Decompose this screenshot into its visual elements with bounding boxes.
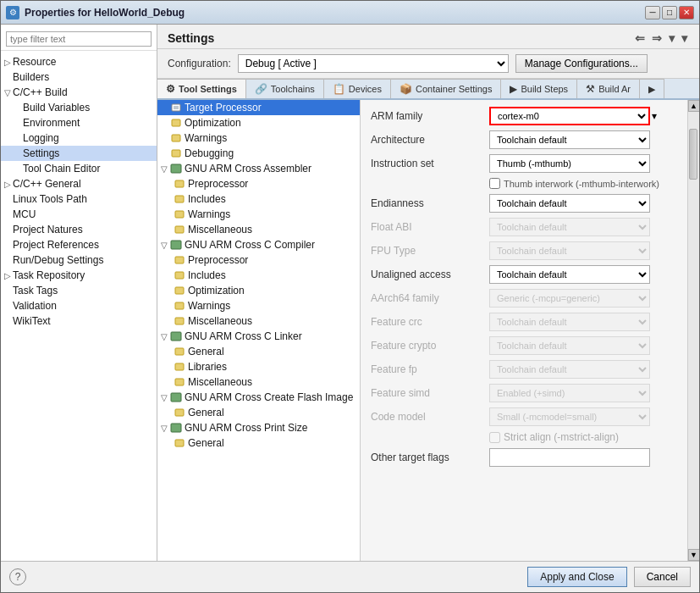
- scrollbar-vertical[interactable]: ▲ ▼: [687, 100, 699, 561]
- settings-tree-item-flash-general[interactable]: General: [157, 405, 360, 420]
- scroll-up-arrow[interactable]: ▲: [688, 100, 700, 112]
- tab-devices[interactable]: 📋 Devices: [324, 79, 391, 98]
- gnu-arm-flash-icon: [169, 391, 183, 403]
- nav-back-arrow[interactable]: ⇐: [633, 31, 647, 45]
- settings-tree-item-asm-includes[interactable]: Includes: [157, 191, 360, 207]
- settings-tree-item-linker-misc[interactable]: Miscellaneous: [157, 374, 360, 390]
- sidebar-item-resource[interactable]: ▷ Resource: [1, 54, 157, 69]
- float-abi-select[interactable]: Toolchain default: [489, 218, 650, 236]
- feature-crc-select[interactable]: Toolchain default: [489, 313, 650, 331]
- settings-tree-item-gnu-arm-flash[interactable]: ▽ GNU ARM Cross Create Flash Image: [157, 390, 360, 405]
- maximize-button[interactable]: □: [662, 6, 677, 19]
- sidebar-item-settings[interactable]: Settings: [1, 146, 157, 161]
- sidebar-item-wikitext[interactable]: WikiText: [1, 313, 157, 329]
- tab-build-steps[interactable]: ▶ Build Steps: [501, 79, 577, 98]
- settings-tree-item-asm-warnings[interactable]: Warnings: [157, 207, 360, 222]
- close-button[interactable]: ✕: [679, 6, 694, 19]
- architecture-select[interactable]: Toolchain default: [489, 130, 650, 149]
- scroll-down-arrow[interactable]: ▼: [688, 549, 700, 561]
- instruction-set-select[interactable]: Thumb (-mthumb): [489, 154, 650, 173]
- settings-tree-item-optimization[interactable]: Optimization: [157, 115, 360, 130]
- minimize-button[interactable]: ─: [645, 6, 660, 19]
- settings-tree-item-gnu-arm-print-size[interactable]: ▽ GNU ARM Cross Print Size: [157, 420, 360, 435]
- arm-family-dropdown-icon: ▾: [652, 110, 657, 122]
- sidebar-item-project-references[interactable]: Project References: [1, 237, 157, 252]
- sidebar-item-build-variables[interactable]: Build Variables: [1, 100, 157, 115]
- nav-forward-arrow[interactable]: ⇒: [650, 31, 664, 45]
- settings-tree-item-gnu-arm-assembler[interactable]: ▽ GNU ARM Cross Assembler: [157, 161, 360, 176]
- sidebar-item-builders[interactable]: Builders: [1, 69, 157, 85]
- sidebar-item-project-natures[interactable]: Project Natures: [1, 222, 157, 237]
- nav-dropdown-arrow[interactable]: ▾: [667, 31, 676, 45]
- fpu-type-select[interactable]: Toolchain default: [489, 241, 650, 260]
- tab-tool-settings[interactable]: ⚙ Tool Settings: [157, 79, 246, 100]
- settings-tree-item-linker-general[interactable]: General: [157, 344, 360, 359]
- other-target-flags-input[interactable]: [489, 448, 650, 467]
- settings-tree-item-linker-libraries[interactable]: Libraries: [157, 359, 360, 374]
- tab-label: Tool Settings: [179, 84, 237, 94]
- unaligned-access-select[interactable]: Toolchain default: [489, 265, 650, 284]
- sidebar-item-task-tags[interactable]: Task Tags: [1, 283, 157, 298]
- scroll-thumb[interactable]: [689, 129, 697, 180]
- tree-item-label: GNU ARM Cross C Compiler: [185, 239, 315, 251]
- settings-tree-item-gnu-arm-c-linker[interactable]: ▽ GNU ARM Cross C Linker: [157, 329, 360, 344]
- tab-container-settings[interactable]: 📦 Container Settings: [391, 79, 502, 98]
- sidebar-item-run-debug-settings[interactable]: Run/Debug Settings: [1, 252, 157, 268]
- tab-more[interactable]: ▶: [640, 79, 664, 98]
- cancel-button[interactable]: Cancel: [634, 567, 691, 587]
- feature-fp-select[interactable]: Toolchain default: [489, 360, 650, 379]
- tree-item-label: Warnings: [188, 208, 230, 220]
- sidebar-item-logging[interactable]: Logging: [1, 130, 157, 146]
- endianness-select[interactable]: Toolchain default: [489, 194, 650, 213]
- tree-item-label: Preprocessor: [188, 178, 248, 190]
- sidebar-item-ccpp-general[interactable]: ▷ C/C++ General: [1, 176, 157, 191]
- expand-icon: [164, 363, 173, 372]
- scroll-track[interactable]: [688, 112, 700, 549]
- settings-tree-item-c-includes[interactable]: Includes: [157, 268, 360, 283]
- sidebar-item-linux-tools-path[interactable]: Linux Tools Path: [1, 191, 157, 207]
- settings-tree-item-c-preprocessor[interactable]: Preprocessor: [157, 252, 360, 268]
- sidebar-item-label: Logging: [23, 132, 59, 144]
- sidebar-item-tool-chain-editor[interactable]: Tool Chain Editor: [1, 161, 157, 176]
- search-input[interactable]: [6, 31, 152, 47]
- settings-tree-item-target-processor[interactable]: Target Processor: [157, 100, 360, 115]
- arm-family-select[interactable]: cortex-m0cortex-m3cortex-m4cortex-m7: [489, 107, 650, 125]
- feature-crypto-select[interactable]: Toolchain default: [489, 336, 650, 355]
- config-select[interactable]: Debug [ Active ]: [238, 54, 509, 73]
- thumb-interwork-checkbox[interactable]: [489, 178, 500, 189]
- optimization-icon: [169, 117, 183, 129]
- tab-toolchains[interactable]: 🔗 Toolchains: [246, 79, 324, 98]
- expand-icon: [14, 164, 23, 174]
- sidebar-item-mcu[interactable]: MCU: [1, 207, 157, 222]
- nav-menu-arrow[interactable]: ▾: [680, 31, 689, 45]
- sidebar-item-environment[interactable]: Environment: [1, 115, 157, 130]
- tab-build-artifact[interactable]: ⚒ Build Ar: [577, 79, 640, 98]
- feature-simd-select[interactable]: Enabled (+simd): [489, 384, 650, 402]
- sidebar-item-ccpp-build[interactable]: ▽ C/C++ Build: [1, 85, 157, 100]
- settings-tree-item-c-optimization[interactable]: Optimization: [157, 283, 360, 298]
- settings-tree-item-asm-preprocessor[interactable]: Preprocessor: [157, 176, 360, 191]
- aarch64-family-select[interactable]: Generic (-mcpu=generic): [489, 289, 650, 308]
- settings-tree-item-c-warnings[interactable]: Warnings: [157, 298, 360, 313]
- settings-tree-item-asm-miscellaneous[interactable]: Miscellaneous: [157, 222, 360, 237]
- gnu-arm-print-size-icon: [169, 422, 183, 434]
- gnu-arm-c-compiler-icon: [169, 239, 183, 251]
- settings-tree-item-debugging[interactable]: Debugging: [157, 146, 360, 161]
- svg-rect-21: [175, 409, 184, 416]
- settings-tree-item-c-miscellaneous[interactable]: Miscellaneous: [157, 313, 360, 329]
- settings-tree-item-warnings[interactable]: Warnings: [157, 130, 360, 146]
- tree-item-label: GNU ARM Cross Assembler: [185, 163, 311, 175]
- linker-libraries-icon: [173, 361, 186, 373]
- manage-configurations-button[interactable]: Manage Configurations...: [515, 54, 648, 73]
- help-button[interactable]: ?: [9, 568, 26, 585]
- sidebar-item-task-repository[interactable]: ▷ Task Repository: [1, 268, 157, 283]
- settings-tree-item-gnu-arm-c-compiler[interactable]: ▽ GNU ARM Cross C Compiler: [157, 237, 360, 252]
- apply-and-close-button[interactable]: Apply and Close: [527, 567, 626, 587]
- expand-icon: [164, 347, 173, 357]
- settings-tree-item-print-general[interactable]: General: [157, 435, 360, 451]
- strict-align-checkbox[interactable]: [489, 432, 500, 443]
- svg-rect-13: [175, 287, 184, 294]
- tab-bar: ⚙ Tool Settings 🔗 Toolchains 📋 Devices 📦…: [157, 79, 699, 100]
- code-model-select[interactable]: Small (-mcmodel=small): [489, 407, 650, 426]
- sidebar-item-validation[interactable]: Validation: [1, 298, 157, 313]
